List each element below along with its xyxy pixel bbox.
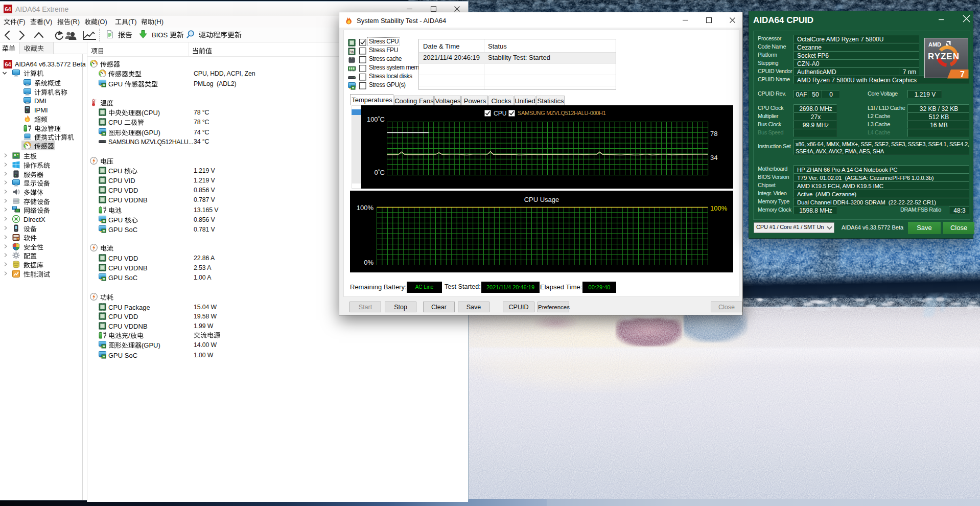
svg-text:64: 64 xyxy=(5,6,11,12)
svg-text:AMD: AMD xyxy=(928,41,941,48)
svg-text:64: 64 xyxy=(5,61,11,67)
svg-text:%: % xyxy=(350,50,354,54)
svg-text:7: 7 xyxy=(960,70,965,79)
svg-text:RYZEN: RYZEN xyxy=(928,52,960,61)
